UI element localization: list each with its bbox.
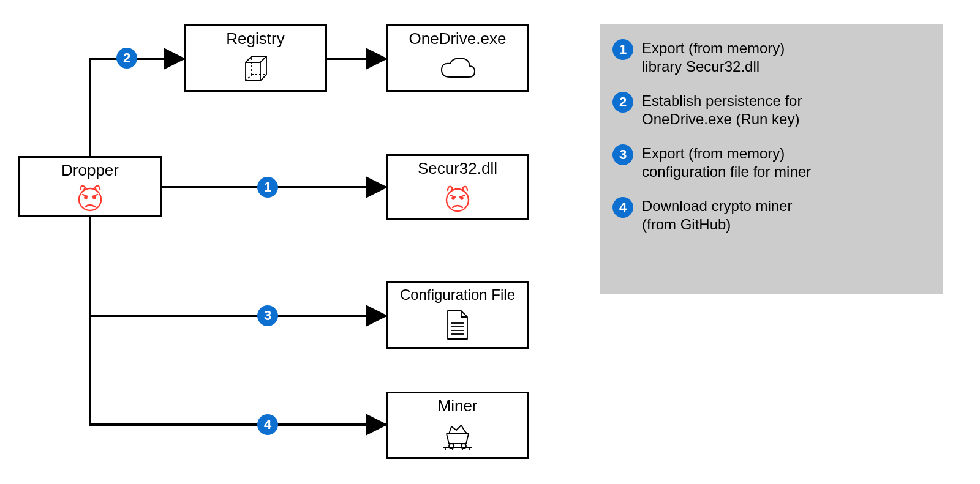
flow-badge-2: 2 — [116, 48, 137, 69]
legend-text-3: Export (from memory) configuration file … — [642, 144, 811, 181]
svg-point-2 — [93, 197, 95, 199]
node-registry-label: Registry — [226, 30, 284, 48]
svg-point-5 — [461, 198, 462, 199]
legend-item-3: 3 Export (from memory) configuration fil… — [612, 144, 931, 181]
cube-icon — [186, 48, 325, 90]
node-dropper-label: Dropper — [61, 162, 119, 179]
file-icon — [388, 303, 527, 347]
svg-point-0 — [79, 188, 101, 210]
legend-badge-3: 3 — [612, 144, 633, 165]
legend-item-1: 1 Export (from memory) library Secur32.d… — [612, 39, 931, 76]
diagram-canvas: Dropper Registry — [0, 0, 980, 484]
legend-badge-4: 4 — [612, 197, 633, 218]
legend-badge-1: 1 — [612, 39, 633, 60]
node-config-label: Configuration File — [400, 287, 515, 303]
flow-badge-4: 4 — [257, 414, 278, 435]
legend-item-2: 2 Establish persistence for OneDrive.exe… — [612, 92, 931, 128]
node-secur32: Secur32.dll — [386, 154, 529, 220]
node-miner: Miner — [386, 392, 529, 459]
svg-point-3 — [447, 189, 469, 211]
legend-text-2: Establish persistence for OneDrive.exe (… — [642, 92, 802, 128]
svg-point-1 — [85, 197, 86, 199]
legend-panel: 1 Export (from memory) library Secur32.d… — [600, 24, 943, 294]
node-miner-label: Miner — [437, 397, 477, 415]
malware-icon — [388, 177, 527, 218]
minecart-icon — [388, 415, 527, 457]
legend-text-4: Download crypto miner (from GitHub) — [642, 197, 792, 234]
legend-item-4: 4 Download crypto miner (from GitHub) — [612, 197, 931, 234]
node-config: Configuration File — [386, 281, 529, 349]
legend-text-1: Export (from memory) library Secur32.dll — [642, 39, 785, 76]
node-dropper: Dropper — [18, 156, 162, 217]
node-onedrive: OneDrive.exe — [386, 24, 529, 92]
node-registry: Registry — [184, 24, 327, 92]
flow-badge-3: 3 — [257, 305, 278, 326]
flow-badge-1: 1 — [257, 177, 278, 198]
cloud-icon — [388, 48, 527, 90]
node-onedrive-label: OneDrive.exe — [409, 30, 507, 48]
svg-point-4 — [452, 198, 454, 199]
malware-icon — [20, 179, 160, 215]
legend-badge-2: 2 — [612, 92, 633, 113]
node-secur32-label: Secur32.dll — [418, 160, 497, 177]
